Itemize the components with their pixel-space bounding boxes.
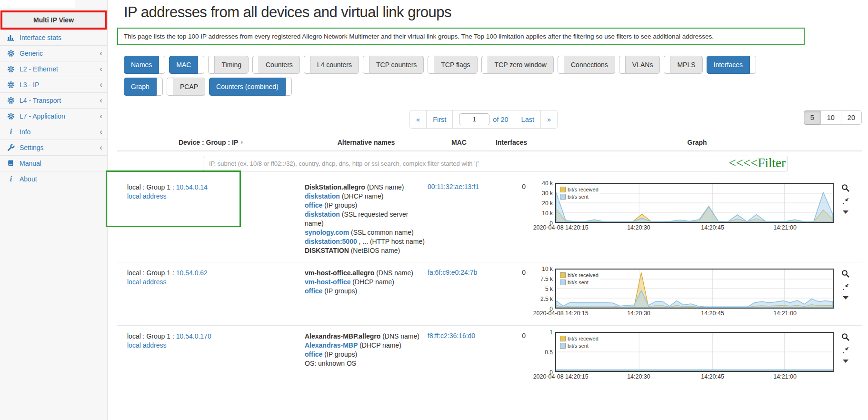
collapse-graph-icon[interactable] xyxy=(842,198,849,205)
traffic-graph[interactable]: bit/s received bit/s sent xyxy=(555,269,834,309)
interfaces-cell: 0 xyxy=(490,183,532,255)
toggle-knob[interactable] xyxy=(286,78,292,96)
x-tick-label: 2020-04-08 14:20:15 xyxy=(533,224,589,231)
tab-names[interactable]: Names xyxy=(124,56,165,74)
sidebar-item-multi-ip-view[interactable]: Multi IP View xyxy=(2,12,105,28)
tab-graph[interactable]: Graph xyxy=(124,78,163,96)
local-address-link[interactable]: local address xyxy=(127,192,167,200)
local-address-link[interactable]: local address xyxy=(127,341,167,349)
sidebar-item-settings[interactable]: Settings‹ xyxy=(0,140,107,155)
sidebar-item-label: Info xyxy=(20,128,95,136)
page-size-10-button[interactable]: 10 xyxy=(820,110,841,125)
tab-mac[interactable]: MAC xyxy=(169,56,204,74)
page-prev-button[interactable]: « xyxy=(409,110,427,129)
tab-tcp-zero-window[interactable]: TCP zero window xyxy=(481,56,554,74)
alt-name-link[interactable]: diskstation:5000 xyxy=(305,238,357,245)
tab-counters[interactable]: Counters xyxy=(252,56,300,74)
sidebar-item-generic[interactable]: Generic‹ xyxy=(0,45,107,61)
toggle-knob[interactable] xyxy=(481,56,488,74)
tab-tcp-flags[interactable]: TCP flags xyxy=(428,56,477,74)
alt-name-link[interactable]: synology.com xyxy=(305,229,349,236)
pagination-row: « First of 20 Last » 51020 xyxy=(117,110,862,128)
alt-name-link[interactable]: vm-host-office xyxy=(305,278,350,286)
sidebar-item-about[interactable]: iAbout xyxy=(0,171,107,187)
local-address-link[interactable]: local address xyxy=(127,278,167,286)
alt-name-line: office (IP groups) xyxy=(305,350,428,359)
tab-connections[interactable]: Connections xyxy=(558,56,615,74)
graph-y-axis: 10.50 xyxy=(532,332,555,372)
zoom-graph-icon[interactable] xyxy=(841,333,849,341)
page-size-20-button[interactable]: 20 xyxy=(841,110,862,125)
device-ip-link[interactable]: 10.54.0.170 xyxy=(176,332,211,340)
alt-name-link[interactable]: diskstation xyxy=(305,192,340,200)
mac-cell: fa:6f:c9:e0:24:7b xyxy=(428,269,490,319)
tab-timing[interactable]: Timing xyxy=(208,56,249,74)
sidebar-item-interface-stats[interactable]: Interface stats xyxy=(0,30,107,45)
dropdown-caret-icon[interactable] xyxy=(843,296,848,300)
sidebar-item-label: Interface stats xyxy=(20,34,102,41)
sidebar-item-l2-ethernet[interactable]: L2 - Ethernet‹ xyxy=(0,61,107,77)
sidebar-nav: Multi IP ViewInterface statsGeneric‹L2 -… xyxy=(0,10,107,187)
collapse-graph-icon[interactable] xyxy=(842,283,849,290)
tab-l4-counters[interactable]: L4 counters xyxy=(304,56,359,74)
page-size-5-button[interactable]: 5 xyxy=(804,110,821,125)
book-icon xyxy=(7,160,15,167)
sort-icon[interactable]: ▲▼ xyxy=(240,140,243,144)
sidebar-item-label: Multi IP View xyxy=(33,16,74,24)
tab-pcap[interactable]: PCAP xyxy=(167,78,205,96)
dropdown-caret-icon[interactable] xyxy=(843,360,848,363)
device-cell: local : Group 1 : 10.54.0.14local addres… xyxy=(117,183,305,255)
zoom-graph-icon[interactable] xyxy=(841,184,849,192)
toggle-knob[interactable] xyxy=(558,56,564,74)
alt-name-link[interactable]: Alexandras-MBP xyxy=(305,341,358,349)
toggle-knob[interactable] xyxy=(157,78,163,96)
filter-input[interactable] xyxy=(203,156,788,171)
alt-name-text: DISKSTATION xyxy=(305,247,349,254)
toggle-knob[interactable] xyxy=(252,56,259,74)
alt-name-link[interactable]: office xyxy=(305,201,322,209)
collapse-graph-icon[interactable] xyxy=(842,347,849,354)
mac-link[interactable]: fa:6f:c9:e0:24:7b xyxy=(428,269,477,276)
sidebar-item-l7-application[interactable]: L7 - Application‹ xyxy=(0,108,107,124)
sidebar-item-l3-ip[interactable]: L3 - IP‹ xyxy=(0,77,107,92)
alt-name-link[interactable]: office xyxy=(305,287,322,295)
alt-name-link[interactable]: diskstation xyxy=(305,210,340,218)
toggle-knob[interactable] xyxy=(428,56,434,74)
toggle-knob[interactable] xyxy=(619,56,625,74)
page-next-button[interactable]: » xyxy=(540,110,558,129)
page-first-button[interactable]: First xyxy=(426,110,453,129)
tab-tcp-counters[interactable]: TCP counters xyxy=(363,56,424,74)
zoom-graph-icon[interactable] xyxy=(841,270,849,278)
page-number-input[interactable] xyxy=(459,113,489,125)
graph-cell: 10.50 bit/s received bit/s sent2020-04-0… xyxy=(532,332,862,382)
sidebar-item-info[interactable]: iInfo‹ xyxy=(0,124,107,140)
traffic-graph[interactable]: bit/s received bit/s sent xyxy=(555,332,834,372)
page-last-button[interactable]: Last xyxy=(515,110,541,129)
toggle-knob[interactable] xyxy=(198,56,204,74)
sidebar-item-manual[interactable]: Manual xyxy=(0,155,107,171)
toggle-knob[interactable] xyxy=(208,56,214,74)
device-ip-link[interactable]: 10.54.0.62 xyxy=(176,269,208,277)
column-header-device-group-ip[interactable]: Device : Group : IP▲▼ xyxy=(117,139,305,146)
chevron-left-icon: ‹ xyxy=(100,66,102,72)
traffic-graph[interactable]: bit/s received bit/s sent xyxy=(555,183,834,223)
toggle-knob[interactable] xyxy=(664,56,670,74)
tab-mpls[interactable]: MPLS xyxy=(664,56,702,74)
tab-counters-combined-[interactable]: Counters (combined) xyxy=(209,78,292,96)
toggle-knob[interactable] xyxy=(304,56,310,74)
mac-link[interactable]: f8:ff:c2:36:16:d0 xyxy=(428,332,475,340)
mac-link[interactable]: 00:11:32:ae:13:f1 xyxy=(428,183,479,190)
toggle-knob[interactable] xyxy=(159,56,165,74)
ip-table: Device : Group : IP▲▼Alternative namesMA… xyxy=(117,139,862,389)
tab-interfaces[interactable]: Interfaces xyxy=(707,56,756,74)
toggle-knob[interactable] xyxy=(363,56,369,74)
alt-name-link[interactable]: office xyxy=(305,350,322,358)
chevron-left-icon: ‹ xyxy=(100,129,102,135)
alt-name-type: (NetBIOS name) xyxy=(349,247,400,254)
dropdown-caret-icon[interactable] xyxy=(843,210,848,214)
sidebar-item-l4-transport[interactable]: L4 - Transport‹ xyxy=(0,92,107,108)
toggle-knob[interactable] xyxy=(750,56,756,74)
tab-vlans[interactable]: VLANs xyxy=(619,56,660,74)
toggle-knob[interactable] xyxy=(167,78,173,96)
device-ip-link[interactable]: 10.54.0.14 xyxy=(176,183,208,191)
